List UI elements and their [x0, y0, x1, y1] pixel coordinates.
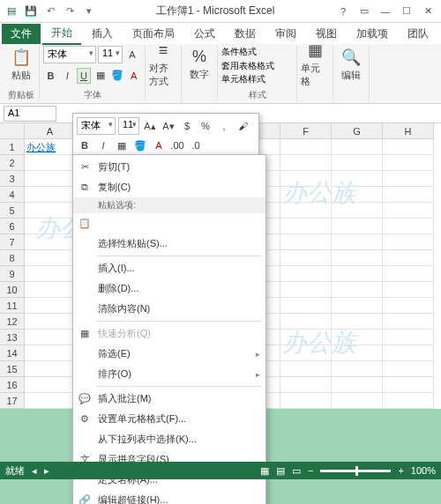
tab-review[interactable]: 审阅 — [266, 24, 305, 44]
mt-fill-icon[interactable]: 🪣 — [132, 137, 148, 153]
cell[interactable] — [280, 330, 332, 345]
cell[interactable] — [383, 203, 434, 219]
cell[interactable] — [25, 345, 76, 361]
cell[interactable] — [25, 314, 76, 330]
ctx-edit-hyperlink[interactable]: 🔗编辑超链接(H)... — [73, 490, 265, 504]
bold-button[interactable]: B — [43, 68, 58, 84]
mt-comma-icon[interactable]: , — [216, 118, 232, 134]
col-header[interactable]: H — [383, 123, 434, 139]
cell[interactable] — [383, 314, 434, 330]
row-header[interactable]: 7 — [0, 234, 25, 250]
mt-font-combo[interactable]: 宋体 — [77, 117, 116, 135]
view-layout-icon[interactable]: ▤ — [276, 465, 285, 477]
border-button[interactable]: ▦ — [93, 68, 108, 84]
cell[interactable] — [280, 345, 332, 361]
cell[interactable] — [332, 187, 383, 203]
cell[interactable] — [280, 282, 332, 298]
sheet-nav-icon[interactable]: ◂ — [32, 465, 37, 477]
undo-icon[interactable]: ↶ — [42, 4, 58, 19]
help-icon[interactable]: ? — [333, 4, 353, 19]
mt-fontcolor-icon[interactable]: A — [151, 137, 167, 153]
cell[interactable] — [25, 187, 76, 203]
tab-data[interactable]: 数据 — [226, 24, 265, 44]
cell[interactable] — [332, 377, 383, 393]
cell[interactable] — [383, 155, 434, 171]
paste-button[interactable]: 📋粘贴 — [7, 46, 35, 83]
row-header[interactable]: 8 — [0, 250, 25, 266]
cell[interactable] — [383, 234, 434, 250]
row-header[interactable]: 6 — [0, 219, 25, 234]
cell[interactable] — [332, 171, 383, 187]
ctx-sort[interactable]: 排序(O)▸ — [73, 364, 265, 384]
cell[interactable] — [383, 187, 434, 203]
mt-grow-icon[interactable]: A▴ — [142, 118, 158, 134]
mt-size-combo[interactable]: 11 — [118, 117, 139, 135]
tab-layout[interactable]: 页面布局 — [123, 24, 183, 44]
cell[interactable] — [280, 187, 332, 203]
cell[interactable] — [332, 139, 383, 155]
ctx-pick-dropdown[interactable]: 从下拉列表中选择(K)... — [73, 429, 265, 449]
row-header[interactable]: 15 — [0, 361, 25, 377]
cell[interactable] — [332, 250, 383, 266]
col-header[interactable]: F — [280, 123, 332, 139]
ctx-clear[interactable]: 清除内容(N) — [73, 299, 265, 319]
font-color-button[interactable]: A — [126, 68, 141, 84]
row-header[interactable]: 9 — [0, 266, 25, 282]
cell[interactable] — [25, 234, 76, 250]
cell[interactable] — [280, 298, 332, 314]
ribbon-options-icon[interactable]: ▭ — [355, 4, 374, 19]
tab-team[interactable]: 团队 — [399, 24, 437, 44]
cell[interactable] — [280, 171, 332, 187]
cell[interactable] — [332, 203, 383, 219]
cell[interactable] — [332, 314, 383, 330]
cell[interactable] — [383, 219, 434, 234]
mt-format-painter-icon[interactable]: 🖌 — [235, 118, 250, 134]
font-size-combo[interactable]: 11 — [98, 46, 123, 63]
ctx-copy[interactable]: ⧉复制(C) — [73, 177, 265, 197]
cell[interactable] — [332, 219, 383, 234]
cell[interactable] — [383, 139, 434, 155]
view-normal-icon[interactable]: ▦ — [260, 465, 269, 477]
cell[interactable] — [383, 266, 434, 282]
minimize-icon[interactable]: — — [376, 4, 395, 19]
mt-dec-inc-icon[interactable]: .00 — [169, 137, 185, 153]
row-header[interactable]: 12 — [0, 314, 25, 330]
cell[interactable] — [25, 330, 76, 345]
cell[interactable] — [332, 330, 383, 345]
row-header[interactable]: 2 — [0, 155, 25, 171]
cell[interactable] — [280, 377, 332, 393]
view-break-icon[interactable]: ▭ — [292, 465, 301, 477]
mt-dec-dec-icon[interactable]: .0 — [188, 137, 204, 153]
zoom-out-icon[interactable]: − — [308, 465, 313, 476]
mt-percent-icon[interactable]: % — [198, 118, 213, 134]
name-box[interactable]: A1 — [4, 106, 56, 122]
cell[interactable] — [280, 266, 332, 282]
cell[interactable] — [332, 345, 383, 361]
tab-file[interactable]: 文件 — [2, 24, 41, 44]
number-button[interactable]: %数字 — [185, 46, 213, 83]
cell[interactable] — [332, 266, 383, 282]
ctx-filter[interactable]: 筛选(E)▸ — [73, 344, 265, 364]
cond-format-button[interactable]: 条件格式 — [221, 46, 293, 58]
redo-icon[interactable]: ↷ — [62, 4, 78, 19]
cell[interactable] — [383, 377, 434, 393]
ctx-paste-special[interactable]: 选择性粘贴(S)... — [73, 233, 265, 254]
ctx-delete[interactable]: 删除(D)... — [73, 278, 265, 299]
cell[interactable]: 办公族 — [25, 139, 76, 155]
cell[interactable] — [25, 377, 76, 393]
cell[interactable] — [280, 219, 332, 234]
cell[interactable] — [332, 393, 383, 409]
cell[interactable] — [25, 393, 76, 409]
row-header[interactable]: 4 — [0, 187, 25, 203]
row-header[interactable]: 5 — [0, 203, 25, 219]
cell[interactable] — [25, 282, 76, 298]
ctx-paste-option[interactable]: 📋 — [73, 213, 265, 233]
cell[interactable] — [280, 314, 332, 330]
cell[interactable] — [25, 250, 76, 266]
cell[interactable] — [383, 361, 434, 377]
table-format-button[interactable]: 套用表格格式 — [221, 60, 293, 72]
cell[interactable] — [280, 250, 332, 266]
row-header[interactable]: 11 — [0, 298, 25, 314]
cell[interactable] — [383, 250, 434, 266]
select-all-corner[interactable] — [0, 123, 25, 139]
